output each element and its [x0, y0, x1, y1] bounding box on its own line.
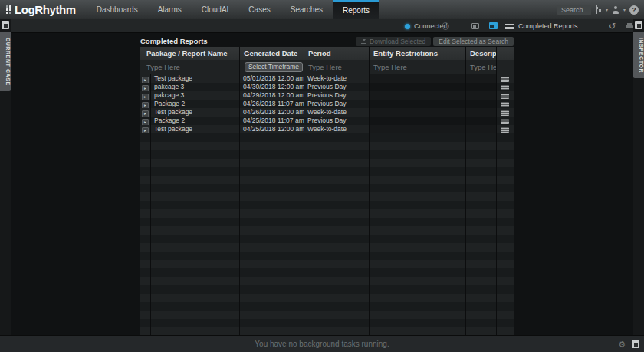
description-cell: [466, 302, 497, 311]
tab-cloudai[interactable]: CloudAI: [192, 0, 239, 19]
table-row[interactable]: ▸ Test package 04/26/2018 12:00 am Week-…: [140, 108, 514, 117]
expand-row-icon[interactable]: ▸: [142, 110, 149, 117]
chevron-down-icon[interactable]: ▾: [606, 7, 608, 12]
period-cell: [304, 226, 370, 235]
tab-dashboards[interactable]: Dashboards: [87, 0, 148, 19]
filter-actions-cell: [497, 60, 514, 74]
period-cell: Previous Day: [304, 91, 370, 100]
description-cell: [466, 235, 497, 243]
entity-restrictions-cell: [370, 302, 466, 311]
row-action-cell: [497, 192, 514, 201]
tab-reports[interactable]: Reports: [333, 0, 380, 19]
right-rail: INSPECTOR: [633, 19, 644, 335]
help-icon[interactable]: ?: [629, 5, 639, 15]
filter-name-input[interactable]: Type Here: [140, 60, 240, 74]
description-cell: [466, 260, 497, 268]
empty-table-row: [140, 226, 514, 235]
docked-view-icon[interactable]: [489, 22, 498, 29]
table-row[interactable]: ▸ Package 2 04/26/2018 11:07 am Previous…: [140, 100, 514, 108]
column-header-period[interactable]: Period: [304, 47, 370, 60]
entity-restrictions-cell: [370, 100, 466, 108]
empty-table-row: [140, 294, 514, 302]
expand-panel-icon[interactable]: [635, 21, 642, 29]
generated-date-cell: [240, 277, 304, 285]
period-cell: [304, 311, 370, 319]
select-timeframe-button[interactable]: Select Timeframe: [245, 62, 303, 72]
panel-header: Completed Reports Download Selected Edit…: [140, 35, 514, 47]
column-header-package-report-name[interactable]: Package / Report Name: [140, 47, 240, 60]
report-document-icon[interactable]: [501, 119, 509, 124]
tasks-panel-icon[interactable]: [632, 340, 639, 348]
top-nav: LogRhythm DashboardsAlarmsCloudAICasesSe…: [0, 0, 644, 19]
table-row[interactable]: ▸ Test package 05/01/2018 12:00 am Week-…: [140, 74, 514, 83]
table-row[interactable]: ▸ pakcage 3 04/29/2018 12:00 am Previous…: [140, 91, 514, 100]
pause-updates-icon[interactable]: [442, 22, 449, 30]
expand-row-icon[interactable]: ▸: [142, 102, 149, 108]
user-profile-icon[interactable]: [612, 6, 619, 14]
empty-table-row: [140, 176, 514, 184]
column-header-description[interactable]: Description: [466, 47, 497, 60]
download-selected-button[interactable]: Download Selected: [356, 37, 431, 46]
entity-restrictions-cell: [370, 74, 466, 83]
expand-row-icon[interactable]: ▸: [142, 85, 149, 91]
period-cell: [304, 235, 370, 243]
filter-entity-input[interactable]: Type Here: [370, 60, 466, 74]
row-action-cell: [497, 285, 514, 294]
period-cell: [304, 159, 370, 167]
print-icon[interactable]: [626, 23, 633, 28]
refresh-icon[interactable]: ↺: [609, 21, 616, 31]
empty-table-row: [140, 319, 514, 327]
row-action-cell: [497, 268, 514, 277]
report-document-icon[interactable]: [501, 127, 509, 133]
period-cell: [304, 209, 370, 218]
entity-restrictions-cell: [370, 108, 466, 117]
expand-row-icon[interactable]: ▸: [142, 94, 149, 100]
tab-alarms[interactable]: Alarms: [148, 0, 192, 19]
generated-date-cell: [240, 201, 304, 209]
global-search-input[interactable]: Search...: [557, 5, 591, 15]
table-row[interactable]: ▸ Package 2 04/25/2018 11:07 am Previous…: [140, 117, 514, 125]
row-expand-cell: [140, 294, 151, 302]
gear-icon[interactable]: ⚙: [618, 340, 626, 349]
row-expand-cell: [140, 192, 151, 201]
filter-description-input[interactable]: Type Here: [466, 60, 497, 74]
expand-row-icon[interactable]: ▸: [142, 77, 149, 83]
report-name-cell: [151, 142, 240, 150]
row-action-cell: [497, 184, 514, 192]
column-header-generated-date[interactable]: Generated Date: [240, 47, 304, 60]
row-expand-cell: ▸: [140, 108, 151, 117]
expand-row-icon[interactable]: ▸: [142, 127, 149, 133]
report-document-icon[interactable]: [501, 94, 509, 99]
inspector-tab[interactable]: INSPECTOR: [633, 32, 644, 78]
edit-selected-as-search-button[interactable]: Edit Selected as Search: [433, 37, 514, 46]
undock-view-icon[interactable]: [472, 23, 479, 29]
report-document-icon[interactable]: [501, 110, 509, 116]
expand-row-icon[interactable]: ▸: [142, 119, 149, 125]
generated-date-cell: [240, 167, 304, 176]
description-cell: [466, 285, 497, 294]
report-document-icon[interactable]: [501, 77, 509, 82]
report-document-icon[interactable]: [501, 102, 509, 107]
period-cell: [304, 218, 370, 226]
report-document-icon[interactable]: [501, 85, 509, 90]
current-case-tab[interactable]: CURRENT CASE: [0, 32, 11, 91]
table-row[interactable]: ▸ pakcage 3 04/30/2018 12:00 am Previous…: [140, 83, 514, 91]
tab-searches[interactable]: Searches: [281, 0, 333, 19]
logo-dots-icon: [6, 5, 12, 14]
report-name-cell: [151, 285, 240, 294]
row-action-cell: [497, 159, 514, 167]
table-row[interactable]: ▸ Test package 04/25/2018 12:00 am Week-…: [140, 125, 514, 133]
column-header-actions: [497, 47, 514, 60]
report-name-cell: Test package: [151, 108, 240, 117]
report-name-cell: [151, 201, 240, 209]
tab-cases[interactable]: Cases: [238, 0, 280, 19]
filter-period-input[interactable]: Type Here: [304, 60, 370, 74]
empty-table-row: [140, 142, 514, 150]
column-header-entity-restrictions[interactable]: Entity Restrictions: [370, 47, 466, 60]
preferences-sliders-icon[interactable]: [595, 5, 602, 14]
row-action-cell: [497, 319, 514, 327]
chevron-down-icon[interactable]: ▾: [623, 7, 626, 12]
description-cell: [466, 218, 497, 226]
generated-date-cell: 04/26/2018 11:07 am: [240, 100, 304, 108]
expand-panel-icon[interactable]: [2, 21, 9, 29]
